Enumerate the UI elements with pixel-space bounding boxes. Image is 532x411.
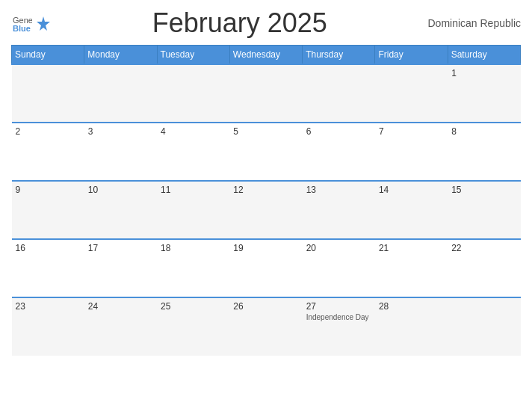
weekday-saturday: Saturday xyxy=(448,46,520,65)
day-number: 6 xyxy=(306,126,371,137)
calendar-week-row: 9101112131415 xyxy=(12,181,521,239)
calendar-week-row: 16171819202122 xyxy=(12,239,521,297)
day-number: 8 xyxy=(451,126,516,137)
day-number: 16 xyxy=(16,243,81,253)
calendar-day-cell: 6 xyxy=(303,123,375,181)
calendar-day-cell: 27Independence Day xyxy=(303,297,375,356)
flag-icon xyxy=(35,15,52,31)
calendar-day-cell xyxy=(229,64,302,123)
calendar-day-cell: 28 xyxy=(375,297,448,356)
calendar-day-cell: 2 xyxy=(12,123,84,181)
day-number: 19 xyxy=(233,243,298,253)
day-number: 25 xyxy=(161,301,226,312)
calendar-day-cell: 1 xyxy=(448,64,520,123)
weekday-friday: Friday xyxy=(375,46,448,65)
day-number: 24 xyxy=(88,301,153,312)
calendar-day-cell: 12 xyxy=(229,181,302,239)
day-number: 17 xyxy=(88,243,153,253)
calendar-day-cell: 18 xyxy=(157,239,229,297)
day-number: 27 xyxy=(306,301,371,312)
day-number: 1 xyxy=(451,68,516,78)
calendar-day-cell: 4 xyxy=(157,123,229,181)
calendar-header: General Blue February 2025 Dominican Rep… xyxy=(11,7,521,39)
day-number: 12 xyxy=(233,185,298,195)
day-number: 18 xyxy=(161,243,226,253)
calendar-day-cell xyxy=(84,64,157,123)
day-number: 11 xyxy=(161,185,226,195)
month-title: February 2025 xyxy=(152,7,327,39)
calendar-day-cell: 17 xyxy=(84,239,157,297)
calendar-body: 1234567891011121314151617181920212223242… xyxy=(12,64,521,356)
day-number: 26 xyxy=(233,301,298,312)
calendar-day-cell: 23 xyxy=(12,297,84,356)
calendar-day-cell xyxy=(303,64,375,123)
calendar-day-cell: 10 xyxy=(84,181,157,239)
logo-icon: General Blue xyxy=(11,13,32,34)
calendar-day-cell: 20 xyxy=(303,239,375,297)
calendar-day-cell: 25 xyxy=(157,297,229,356)
logo: General Blue xyxy=(11,13,52,34)
calendar-day-cell: 16 xyxy=(12,239,84,297)
calendar-day-cell: 21 xyxy=(375,239,448,297)
calendar-day-cell: 3 xyxy=(84,123,157,181)
calendar-day-cell xyxy=(375,64,448,123)
weekday-wednesday: Wednesday xyxy=(229,46,302,65)
calendar-day-cell: 15 xyxy=(448,181,520,239)
day-number: 5 xyxy=(233,126,298,137)
calendar-day-cell: 9 xyxy=(12,181,84,239)
calendar-day-cell: 5 xyxy=(229,123,302,181)
svg-marker-2 xyxy=(37,16,50,31)
day-number: 9 xyxy=(16,185,81,195)
day-number: 22 xyxy=(451,243,516,253)
weekday-thursday: Thursday xyxy=(303,46,375,65)
day-number: 10 xyxy=(88,185,153,195)
calendar-table: Sunday Monday Tuesday Wednesday Thursday… xyxy=(11,45,521,356)
calendar-day-cell: 22 xyxy=(448,239,520,297)
day-number: 28 xyxy=(379,301,444,312)
calendar-day-cell: 19 xyxy=(229,239,302,297)
day-number: 7 xyxy=(379,126,444,137)
calendar-day-cell: 26 xyxy=(229,297,302,356)
calendar-day-cell xyxy=(448,297,520,356)
weekday-tuesday: Tuesday xyxy=(157,46,229,65)
calendar-day-cell: 14 xyxy=(375,181,448,239)
svg-text:Blue: Blue xyxy=(13,24,31,33)
country-name: Dominican Republic xyxy=(427,17,521,29)
calendar-wrapper: General Blue February 2025 Dominican Rep… xyxy=(0,0,532,411)
calendar-week-row: 2324252627Independence Day28 xyxy=(12,297,521,356)
day-number: 21 xyxy=(379,243,444,253)
event-label: Independence Day xyxy=(306,313,371,321)
day-number: 14 xyxy=(379,185,444,195)
day-number: 4 xyxy=(161,126,226,137)
calendar-day-cell: 11 xyxy=(157,181,229,239)
weekday-sunday: Sunday xyxy=(12,46,84,65)
calendar-week-row: 2345678 xyxy=(12,123,521,181)
calendar-day-cell: 13 xyxy=(303,181,375,239)
day-number: 20 xyxy=(306,243,371,253)
calendar-day-cell xyxy=(157,64,229,123)
calendar-day-cell: 24 xyxy=(84,297,157,356)
calendar-week-row: 1 xyxy=(12,64,521,123)
day-number: 15 xyxy=(451,185,516,195)
day-number: 23 xyxy=(16,301,81,312)
day-number: 2 xyxy=(16,126,81,137)
calendar-header-row: Sunday Monday Tuesday Wednesday Thursday… xyxy=(12,46,521,65)
day-number: 13 xyxy=(306,185,371,195)
calendar-day-cell: 7 xyxy=(375,123,448,181)
weekday-monday: Monday xyxy=(84,46,157,65)
calendar-day-cell: 8 xyxy=(448,123,520,181)
calendar-day-cell xyxy=(12,64,84,123)
day-number: 3 xyxy=(88,126,153,137)
